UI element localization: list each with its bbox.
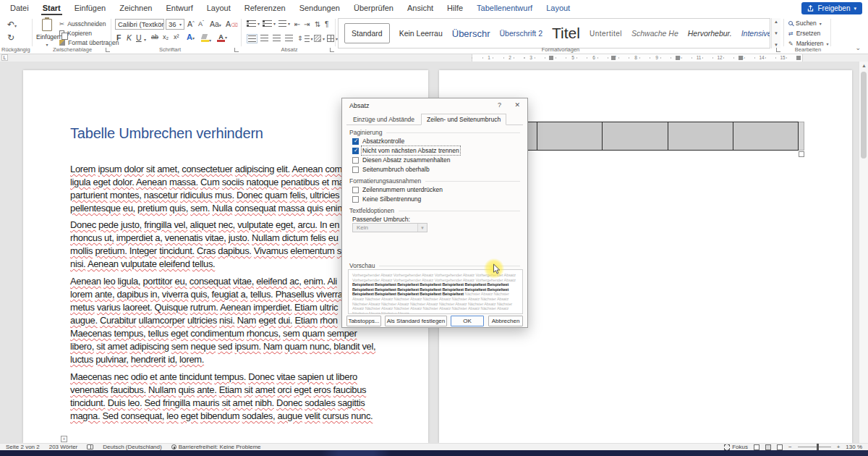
gallery-down-icon[interactable]: ▼ — [774, 31, 778, 35]
style-untertitel[interactable]: Untertitel — [590, 30, 622, 38]
align-center-button[interactable] — [260, 35, 268, 41]
accessibility-status[interactable]: Barrierefreiheit: Keine Probleme — [171, 444, 261, 450]
tab-sendungen[interactable]: Sendungen — [299, 4, 340, 12]
dialog-tab-zeilenumbruch[interactable]: Zeilen- und Seitenumbruch — [421, 114, 506, 125]
table-cell[interactable] — [603, 122, 668, 150]
ruler-column-marker[interactable] — [796, 56, 801, 60]
table-cell[interactable] — [668, 122, 733, 150]
clipboard-dialog-launcher[interactable] — [106, 48, 110, 52]
abbrechen-button[interactable]: Abbrechen — [488, 316, 523, 326]
check-silbentrennung[interactable]: Keine Silbentrennung — [352, 195, 421, 203]
style-ueberschrift-2[interactable]: Überschrift 2 — [500, 29, 543, 38]
grow-font-button[interactable]: A^ — [187, 20, 195, 28]
shading-button[interactable]: ▾ — [314, 35, 325, 42]
style-schwache-hervorhebung[interactable]: Schwache He — [631, 29, 678, 38]
check-nicht-trennen[interactable]: Nicht vom nächsten Absatz trennen — [352, 147, 459, 154]
font-name-combo[interactable]: Calibri (Textkörp▾ — [115, 19, 164, 30]
tab-zeichnen[interactable]: Zeichnen — [119, 4, 152, 12]
share-caret-icon[interactable]: ▾ — [854, 6, 856, 12]
check-zusammenhalten[interactable]: Diesen Absatz zusammenhalten — [352, 156, 450, 164]
borders-button[interactable]: ▾ — [327, 35, 338, 42]
dialog-help-button[interactable]: ? — [498, 101, 501, 109]
text-effects-button[interactable]: A▾ — [187, 33, 195, 41]
font-dialog-launcher[interactable] — [234, 48, 239, 52]
tab-layout-kontext[interactable]: Layout — [546, 4, 570, 12]
tab-ansicht[interactable]: Ansicht — [407, 4, 433, 12]
tab-start[interactable]: Start — [43, 4, 61, 12]
checkbox-icon[interactable] — [352, 187, 359, 193]
page-indicator[interactable]: Seite 2 von 2 — [6, 444, 40, 450]
check-zeilennummern[interactable]: Zeilennummern unterdrücken — [352, 186, 443, 193]
tab-datei[interactable]: Datei — [10, 4, 29, 12]
zoom-slider[interactable] — [798, 444, 831, 450]
align-right-button[interactable] — [273, 35, 281, 41]
find-button[interactable]: Suchen▾ — [788, 20, 822, 27]
tab-einfuegen[interactable]: Einfügen — [75, 4, 106, 12]
style-hervorhebung[interactable]: Hervorhebur. — [688, 29, 732, 38]
decrease-indent-button[interactable]: ⇤ — [294, 20, 300, 28]
numbering-button[interactable]: ▾ — [263, 20, 276, 27]
paragraph-dialog-launcher[interactable] — [330, 48, 334, 52]
scroll-up-icon[interactable]: ▲ — [861, 63, 867, 68]
tabstopps-button[interactable]: Tabstopps... — [346, 316, 381, 326]
word-count[interactable]: 203 Wörter — [49, 444, 78, 450]
check-absatzkontrolle[interactable]: Absatzkontrolle — [352, 138, 404, 145]
language-indicator[interactable]: Deutsch (Deutschland) — [103, 444, 161, 450]
underline-caret-icon[interactable]: ▾ — [144, 37, 146, 42]
change-case-button[interactable]: Aa▾ — [210, 20, 221, 28]
collapse-ribbon-icon[interactable]: ⌄ — [855, 44, 861, 51]
cut-button[interactable]: ✂Ausschneiden — [59, 20, 106, 28]
tab-layout[interactable]: Layout — [207, 4, 231, 12]
shrink-font-button[interactable]: Aˇ — [198, 20, 204, 28]
highlight-color-button[interactable]: ▾ — [201, 34, 211, 43]
table-cell[interactable] — [537, 122, 603, 150]
print-layout-icon[interactable] — [765, 444, 771, 450]
styles-dialog-launcher[interactable] — [776, 48, 780, 52]
style-kein-leerraum[interactable]: Kein Leerrau — [399, 29, 443, 38]
passender-umbruch-dropdown[interactable]: Kein ▼ — [352, 223, 427, 232]
underline-button[interactable]: U — [136, 33, 142, 42]
subscript-button[interactable]: x₂ — [163, 33, 169, 41]
style-standard[interactable]: Standard — [344, 23, 390, 43]
ruler-column-marker[interactable] — [676, 56, 680, 60]
undo-button[interactable]: ↶▾ — [7, 20, 17, 30]
bold-button[interactable]: F — [116, 33, 121, 42]
check-seitenumbruch-oberhalb[interactable]: Seitenumbruch oberhalb — [352, 166, 430, 173]
sort-button[interactable]: ⇅ — [315, 20, 320, 28]
replace-button[interactable]: ⇄Ersetzen — [788, 30, 820, 37]
share-button[interactable]: Freigeben ▾ — [801, 2, 862, 14]
table-resize-handle[interactable] — [799, 151, 804, 157]
tab-ueberpruefen[interactable]: Überprüfen — [354, 4, 393, 12]
redo-button[interactable]: ↻ — [7, 33, 14, 43]
zoom-level[interactable]: 130 % — [846, 444, 862, 450]
ruler-column-marker[interactable] — [549, 56, 553, 60]
dialog-close-icon[interactable]: ✕ — [514, 101, 520, 109]
als-standard-button[interactable]: Als Standard festlegen — [385, 316, 447, 326]
superscript-button[interactable]: x² — [174, 33, 179, 41]
scrollbar-thumb[interactable] — [861, 72, 867, 159]
table-move-handle-icon[interactable]: + — [61, 436, 67, 442]
proofing-icon[interactable] — [87, 444, 93, 449]
ok-button[interactable]: OK — [451, 316, 484, 326]
ruler-column-marker[interactable] — [611, 56, 616, 60]
tab-hilfe[interactable]: Hilfe — [447, 4, 463, 12]
web-layout-icon[interactable] — [777, 444, 783, 450]
zoom-in-button[interactable]: + — [837, 444, 841, 450]
italic-button[interactable]: K — [127, 33, 132, 42]
show-marks-button[interactable]: ¶ — [325, 20, 328, 28]
copy-button[interactable]: Kopieren — [59, 30, 92, 37]
read-mode-icon[interactable] — [754, 444, 760, 450]
align-left-button[interactable] — [247, 34, 258, 43]
line-spacing-button[interactable]: ⇕▾ — [297, 35, 313, 42]
zoom-out-button[interactable]: − — [788, 444, 792, 450]
table-cell[interactable] — [733, 122, 798, 150]
checkbox-icon[interactable] — [352, 196, 359, 203]
increase-indent-button[interactable]: ⇥ — [304, 20, 310, 28]
tab-tabellenentwurf[interactable]: Tabellenentwurf — [477, 4, 532, 12]
tab-entwurf[interactable]: Entwurf — [166, 4, 192, 12]
clear-formatting-button[interactable]: A⌫ — [226, 20, 238, 28]
checkbox-icon[interactable] — [352, 166, 359, 173]
gallery-up-icon[interactable]: ▲ — [774, 20, 778, 24]
horizontal-ruler[interactable]: L 1 2 3 4 5 6 7 8 9 10 11 12 13 14 15 — [0, 54, 868, 62]
font-color-button[interactable]: A▾ — [217, 33, 227, 42]
